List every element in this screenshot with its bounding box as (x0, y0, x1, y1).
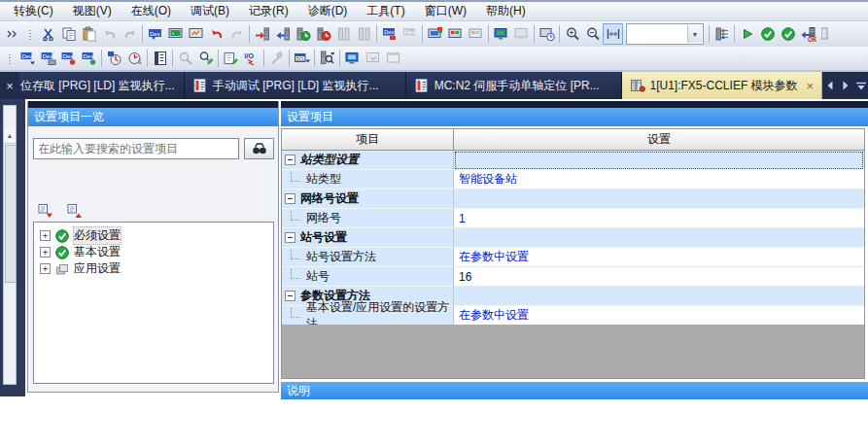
tab-2[interactable]: MC:N2 伺服手动单轴定位 [PR... (406, 72, 622, 99)
tab-3[interactable]: 1[U1]:FX5-CCLIEF 模块参数× (622, 72, 822, 99)
tree-item-0[interactable]: +必须设置 (34, 227, 273, 244)
zoom-fit-button[interactable] (603, 23, 623, 45)
dev-dd-button[interactable]: Dev (17, 48, 38, 69)
item-cell[interactable]: 站类型 (282, 170, 454, 189)
tab-0[interactable]: 位存取 [PRG] [LD] 监视执行... (19, 72, 185, 99)
tab-next-button[interactable] (838, 75, 852, 96)
table-row[interactable]: −站类型设置 (282, 151, 864, 170)
table-row[interactable]: −网络号设置 (282, 189, 864, 209)
check-circle-button[interactable] (778, 23, 798, 45)
module-dim-button[interactable] (333, 23, 354, 45)
monitor-rg-button[interactable] (445, 23, 466, 45)
tab-prev-button[interactable] (822, 75, 837, 96)
tree-item-1[interactable]: +基本设置 (34, 244, 273, 260)
hw-monitor-button[interactable] (186, 23, 206, 45)
tab-menu-button[interactable] (853, 75, 868, 96)
monitor-window-button[interactable] (165, 23, 186, 45)
cut-button[interactable] (38, 23, 58, 45)
item-cell[interactable]: −站号设置 (282, 228, 454, 248)
menu-item-4[interactable]: 记录(R) (239, 1, 298, 21)
crossref-list-button[interactable] (150, 48, 170, 69)
table-row[interactable]: 基本设置/应用设置的设置方法在参数中设置 (282, 306, 864, 326)
intelligent-dd-button[interactable]: DCL (292, 48, 312, 69)
paste-button[interactable] (79, 23, 99, 45)
vertical-scrollbar[interactable]: ▲ (3, 105, 17, 385)
dev-b-button[interactable]: Dev (38, 48, 58, 69)
window-dim-button[interactable] (383, 48, 403, 69)
search-input[interactable] (33, 138, 239, 159)
timer-chart-button[interactable] (124, 48, 145, 69)
menu-item-7[interactable]: 窗口(W) (415, 1, 476, 21)
play-button[interactable] (737, 23, 757, 45)
find-edit-button[interactable] (195, 48, 216, 69)
item-cell[interactable]: 网络号 (282, 209, 454, 228)
menu-item-3[interactable]: 调试(B) (181, 1, 239, 21)
zoom-in-button[interactable] (562, 23, 582, 45)
overflow-chevron-button[interactable] (2, 23, 22, 45)
tree-expander-icon[interactable]: + (40, 263, 51, 274)
monitor-off-dim-button[interactable] (363, 48, 383, 69)
zoom-out-button[interactable] (582, 23, 603, 45)
menu-item-0[interactable]: 转换(C) (4, 1, 63, 21)
tool-dim-button[interactable] (266, 48, 287, 69)
redo-button[interactable] (120, 23, 140, 45)
table-row[interactable]: 站类型智能设备站 (282, 170, 864, 189)
dev-dim-button[interactable]: Dev (399, 23, 420, 45)
setting-cell[interactable]: 16 (454, 267, 864, 287)
menu-item-2[interactable]: 在线(O) (122, 1, 181, 21)
monitor-rg2-button[interactable] (466, 23, 486, 45)
monitor-green-button[interactable] (491, 23, 511, 45)
setting-cell[interactable]: 智能设备站 (454, 170, 864, 189)
row-collapse-icon[interactable]: − (285, 291, 295, 301)
dev-comment-button[interactable]: Dev (145, 23, 165, 45)
device-find-dd-button[interactable] (317, 48, 337, 69)
dev-d-button[interactable]: Dev (79, 48, 99, 69)
item-cell[interactable]: 站号 (282, 267, 454, 287)
tree-item-2[interactable]: +应用设置 (34, 260, 273, 277)
table-row[interactable]: 网络号1 (282, 209, 864, 228)
row-collapse-icon[interactable]: − (285, 193, 295, 204)
tree-expander-icon[interactable]: + (40, 230, 51, 241)
tab-group-close-icon[interactable]: × (0, 72, 19, 99)
check-circle-button[interactable] (757, 23, 778, 45)
combo-dropdown-arrow-icon[interactable]: ▼ (687, 25, 702, 43)
item-cell[interactable]: 基本设置/应用设置的设置方法 (282, 306, 454, 326)
monitor-flag-button[interactable] (425, 23, 445, 45)
setting-cell[interactable]: 在参数中设置 (454, 248, 864, 267)
table-row[interactable]: 站号设置方法在参数中设置 (282, 248, 864, 267)
expand-all-button[interactable] (64, 200, 85, 222)
item-cell[interactable]: −网络号设置 (282, 189, 454, 209)
item-cell[interactable]: −站类型设置 (282, 151, 454, 170)
io-assign-button[interactable]: I/O (241, 48, 261, 69)
undo-button[interactable] (99, 23, 120, 45)
read-plc-button[interactable] (272, 23, 293, 45)
setting-cell[interactable] (454, 287, 864, 306)
write-plc-button[interactable] (252, 23, 272, 45)
table-row[interactable]: −站号设置 (282, 228, 864, 248)
collapse-all-button[interactable] (35, 200, 55, 222)
menu-item-5[interactable]: 诊断(D) (298, 1, 358, 21)
search-button[interactable] (244, 138, 274, 159)
module-dim-button[interactable] (354, 23, 374, 45)
edge-partial-button[interactable] (818, 23, 839, 45)
tree-expander-icon[interactable]: + (40, 247, 51, 258)
setting-cell[interactable] (454, 151, 864, 170)
scrollbar-thumb[interactable] (5, 145, 17, 283)
find-dim-button[interactable] (175, 48, 195, 69)
copy-button[interactable] (58, 23, 79, 45)
dev-write-button[interactable]: Dev (379, 23, 399, 45)
tab-1[interactable]: 手动调试 [PRG] [LD] 监视执行... (185, 72, 406, 99)
redo-gray-button[interactable] (226, 23, 247, 45)
dev-c-button[interactable]: Dev (58, 48, 79, 69)
scroll-up-arrow-icon[interactable]: ▲ (4, 129, 16, 144)
table-row[interactable]: 站号16 (282, 267, 864, 287)
timer-blue-button[interactable] (104, 48, 124, 69)
monitor-dim-button[interactable] (511, 23, 532, 45)
row-collapse-icon[interactable]: − (285, 155, 295, 165)
menu-item-6[interactable]: 工具(T) (357, 1, 414, 21)
menu-item-1[interactable]: 视图(V) (63, 1, 122, 21)
monitor-on-button[interactable] (342, 48, 363, 69)
module-tree-button[interactable] (712, 23, 732, 45)
undo-red-button[interactable] (206, 23, 226, 45)
watch-red-button[interactable] (313, 23, 333, 45)
